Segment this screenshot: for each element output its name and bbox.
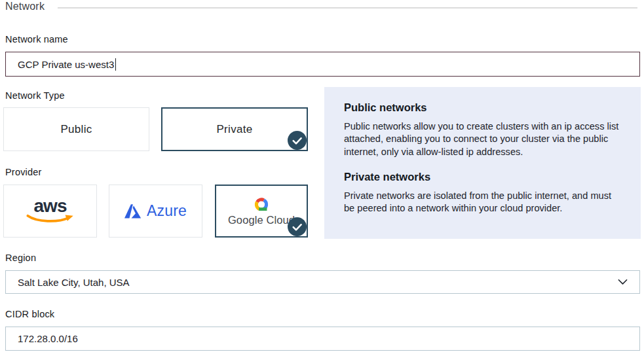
provider-option-google-cloud[interactable]: Google Cloud xyxy=(215,185,308,238)
azure-logo: Azure xyxy=(124,202,187,220)
network-name-value: GCP Private us-west3 xyxy=(18,59,114,70)
provider-option-azure[interactable]: Azure xyxy=(109,185,202,238)
google-cloud-icon xyxy=(252,196,271,213)
network-type-option-private[interactable]: Private xyxy=(161,107,308,151)
provider-option-aws[interactable]: aws xyxy=(3,185,97,238)
region-value: Salt Lake City, Utah, USA xyxy=(18,277,130,288)
network-form: Network Network name GCP Private us-west… xyxy=(0,0,644,354)
section-title: Network xyxy=(5,1,45,12)
aws-logo: aws xyxy=(26,198,75,224)
azure-wordmark: Azure xyxy=(147,202,187,220)
network-type-private-label: Private xyxy=(216,123,252,136)
check-icon xyxy=(288,131,307,150)
network-type-option-public[interactable]: Public xyxy=(3,107,149,151)
cidr-block-value: 172.28.0.0/16 xyxy=(18,333,78,344)
cidr-block-label: CIDR block xyxy=(5,309,54,319)
text-cursor xyxy=(115,58,116,71)
network-name-input[interactable]: GCP Private us-west3 xyxy=(5,52,640,77)
section-divider xyxy=(58,7,637,9)
private-networks-heading: Private networks xyxy=(344,171,621,183)
chevron-down-icon xyxy=(618,279,628,285)
network-info-panel: Public networks Public networks allow yo… xyxy=(324,87,641,239)
private-networks-description: Private networks are isolated from the p… xyxy=(344,190,621,215)
provider-label: Provider xyxy=(5,167,42,177)
public-networks-description: Public networks allow you to create clus… xyxy=(344,120,621,158)
cidr-block-input[interactable]: 172.28.0.0/16 xyxy=(5,327,640,351)
public-networks-heading: Public networks xyxy=(344,101,621,114)
network-name-label: Network name xyxy=(5,34,68,44)
aws-smile-icon xyxy=(26,214,75,224)
google-cloud-wordmark: Google Cloud xyxy=(228,214,295,226)
google-cloud-logo: Google Cloud xyxy=(228,196,295,226)
azure-triangle-icon xyxy=(124,204,142,219)
region-select[interactable]: Salt Lake City, Utah, USA xyxy=(5,270,640,294)
region-label: Region xyxy=(5,253,36,263)
check-icon xyxy=(288,217,307,236)
network-type-public-label: Public xyxy=(60,123,92,136)
network-type-label: Network Type xyxy=(5,90,65,101)
aws-wordmark: aws xyxy=(34,198,67,214)
